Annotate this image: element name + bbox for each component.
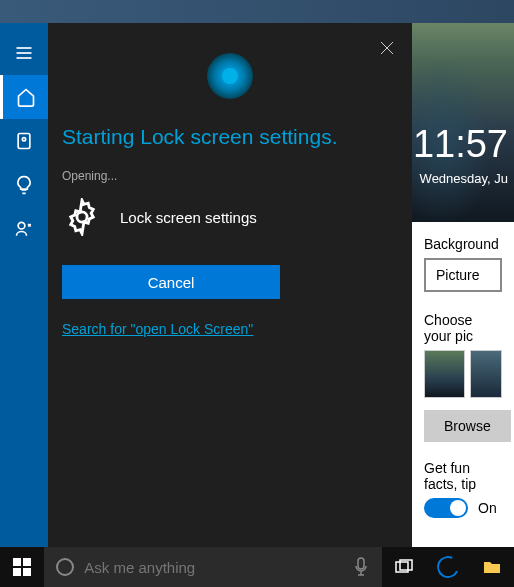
hamburger-menu-icon[interactable] bbox=[0, 31, 48, 75]
close-icon[interactable] bbox=[376, 37, 398, 59]
search-web-link[interactable]: Search for "open Lock Screen" bbox=[62, 321, 398, 337]
svg-point-5 bbox=[18, 222, 25, 229]
task-view-icon[interactable] bbox=[382, 547, 426, 587]
preview-time: 11:57 bbox=[413, 123, 508, 166]
thumbnail-2[interactable] bbox=[470, 350, 502, 398]
lock-screen-preview: 11:57 Wednesday, Ju bbox=[412, 23, 514, 222]
file-explorer-icon[interactable] bbox=[470, 547, 514, 587]
svg-point-8 bbox=[77, 212, 87, 222]
browse-button[interactable]: Browse bbox=[424, 410, 511, 442]
picture-thumbnails bbox=[424, 350, 502, 398]
feedback-icon[interactable] bbox=[0, 207, 48, 251]
window-title-bar bbox=[0, 0, 514, 23]
preview-date: Wednesday, Ju bbox=[420, 171, 508, 186]
background-dropdown[interactable]: Picture bbox=[424, 258, 502, 292]
svg-rect-13 bbox=[358, 558, 364, 569]
home-icon[interactable] bbox=[0, 75, 48, 119]
microphone-icon[interactable] bbox=[354, 557, 370, 577]
svg-rect-10 bbox=[23, 558, 31, 566]
gear-icon bbox=[62, 197, 102, 237]
result-item[interactable]: Lock screen settings bbox=[62, 197, 398, 237]
cortana-heading: Starting Lock screen settings. bbox=[62, 125, 398, 149]
svg-rect-9 bbox=[13, 558, 21, 566]
cancel-button[interactable]: Cancel bbox=[62, 265, 280, 299]
cortana-sidebar bbox=[0, 23, 48, 547]
search-input[interactable] bbox=[84, 559, 354, 576]
opening-status: Opening... bbox=[62, 169, 398, 183]
edge-browser-icon[interactable] bbox=[426, 547, 470, 587]
notebook-icon[interactable] bbox=[0, 119, 48, 163]
cortana-search-box[interactable] bbox=[44, 547, 382, 587]
background-label: Background bbox=[424, 236, 502, 252]
lightbulb-icon[interactable] bbox=[0, 163, 48, 207]
result-label: Lock screen settings bbox=[120, 209, 257, 226]
start-button[interactable] bbox=[0, 547, 44, 587]
svg-point-4 bbox=[22, 138, 25, 141]
svg-rect-12 bbox=[23, 568, 31, 576]
taskbar bbox=[0, 547, 514, 587]
cortana-logo-icon bbox=[207, 53, 253, 99]
cortana-circle-icon bbox=[56, 558, 74, 576]
cortana-panel: Starting Lock screen settings. Opening..… bbox=[48, 23, 412, 547]
choose-picture-label: Choose your pic bbox=[424, 312, 502, 344]
toggle-state-label: On bbox=[478, 500, 497, 516]
funfacts-label: Get fun facts, tip bbox=[424, 460, 502, 492]
svg-rect-11 bbox=[13, 568, 21, 576]
settings-panel: 11:57 Wednesday, Ju Background Picture C… bbox=[412, 23, 514, 547]
funfacts-toggle[interactable] bbox=[424, 498, 468, 518]
thumbnail-1[interactable] bbox=[424, 350, 465, 398]
